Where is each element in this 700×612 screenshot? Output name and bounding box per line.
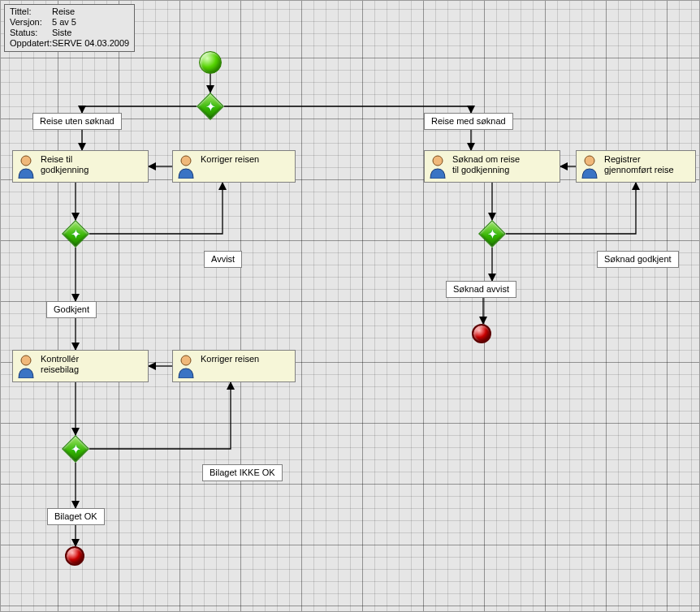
- edge-label-text: Godkjent: [54, 304, 89, 314]
- gateway-godkjenning[interactable]: ✦: [62, 220, 89, 248]
- connector-layer: [1, 1, 700, 612]
- task-label: Registrer gjennomført reise: [604, 154, 674, 175]
- edge-label-text: Reise med søknad: [431, 116, 506, 126]
- svg-point-15: [181, 156, 191, 166]
- svg-point-17: [181, 356, 191, 365]
- task-label: Søknad om reise til godkjenning: [452, 154, 520, 175]
- svg-point-16: [21, 356, 31, 365]
- person-icon: [176, 354, 196, 378]
- edge-label-text: Søknad godkjent: [604, 254, 672, 264]
- split-icon: ✦: [71, 229, 80, 239]
- person-icon: [16, 154, 36, 179]
- workflow-canvas: Tittel:Reise Versjon:5 av 5 Status:Siste…: [0, 0, 700, 612]
- edge-label-bilaget-ok: Bilaget OK: [47, 508, 105, 525]
- person-icon: [580, 154, 599, 179]
- meta-status-value: Siste: [52, 28, 71, 37]
- start-event[interactable]: [199, 51, 222, 74]
- meta-status-label: Status:: [10, 28, 52, 38]
- task-soknad-om-reise[interactable]: Søknad om reise til godkjenning: [424, 150, 560, 183]
- gateway-soknad[interactable]: ✦: [478, 220, 506, 248]
- person-icon: [16, 354, 36, 378]
- task-registrer-gjennomfort-reise[interactable]: Registrer gjennomført reise: [576, 150, 696, 183]
- split-icon: ✦: [206, 101, 215, 112]
- meta-title-value: Reise: [52, 6, 75, 16]
- task-reise-til-godkjenning[interactable]: Reise til godkjenning: [12, 150, 149, 183]
- gateway-branch-soknad[interactable]: ✦: [197, 93, 224, 120]
- meta-version-value: 5 av 5: [52, 17, 76, 27]
- edge-label-soknad-avvist: Søknad avvist: [446, 281, 516, 298]
- svg-point-14: [21, 156, 31, 166]
- edge-label-reise-uten-soknad: Reise uten søknad: [32, 113, 122, 130]
- edge-label-avvist: Avvist: [204, 251, 242, 268]
- meta-updated-value: SERVE 04.03.2009: [52, 38, 129, 48]
- edge-label-godkjent: Godkjent: [46, 301, 97, 318]
- person-icon: [428, 154, 447, 179]
- split-icon: ✦: [71, 444, 80, 455]
- end-event-left[interactable]: [65, 546, 84, 566]
- edge-label-text: Bilaget OK: [54, 511, 97, 521]
- edge-label-text: Avvist: [211, 254, 235, 264]
- svg-point-19: [585, 156, 594, 166]
- task-kontroller-reisebilag[interactable]: Kontrollér reisebilag: [12, 350, 149, 382]
- task-korriger-reisen-1[interactable]: Korriger reisen: [172, 150, 296, 183]
- task-korriger-reisen-2[interactable]: Korriger reisen: [172, 350, 296, 382]
- gateway-bilag[interactable]: ✦: [62, 435, 89, 463]
- edge-label-text: Bilaget IKKE OK: [210, 468, 275, 477]
- edge-label-soknad-godkjent: Søknad godkjent: [597, 251, 679, 268]
- person-icon: [176, 154, 196, 179]
- svg-point-18: [433, 156, 443, 166]
- meta-version-label: Versjon:: [10, 17, 52, 28]
- edge-label-text: Reise uten søknad: [40, 116, 115, 126]
- end-event-right[interactable]: [472, 324, 491, 343]
- task-label: Kontrollér reisebilag: [41, 354, 79, 375]
- meta-title-label: Tittel:: [10, 6, 52, 17]
- edge-label-bilaget-ikke-ok: Bilaget IKKE OK: [202, 464, 283, 481]
- meta-updated-label: Oppdatert:: [10, 38, 52, 49]
- split-icon: ✦: [488, 229, 497, 239]
- edge-label-text: Søknad avvist: [453, 284, 509, 294]
- task-label: Reise til godkjenning: [41, 154, 89, 175]
- task-label: Korriger reisen: [201, 154, 259, 165]
- edge-label-reise-med-soknad: Reise med søknad: [424, 113, 513, 130]
- task-label: Korriger reisen: [201, 354, 259, 364]
- diagram-metadata-panel: Tittel:Reise Versjon:5 av 5 Status:Siste…: [4, 4, 135, 52]
